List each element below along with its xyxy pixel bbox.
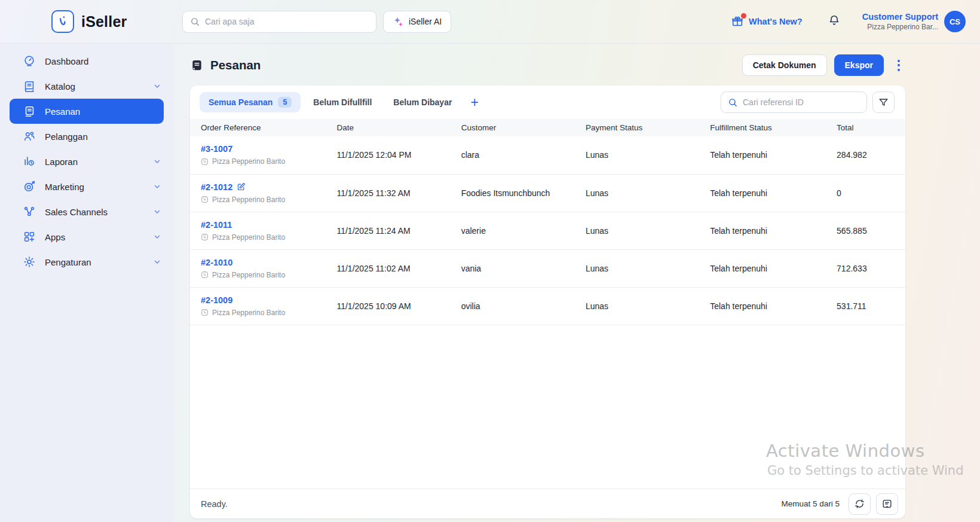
chevron-down-icon <box>153 207 161 216</box>
table-row[interactable]: #3-1007 Pizza Pepperino Barito <box>190 136 905 174</box>
order-total: 531.711 <box>826 287 905 325</box>
channels-icon <box>23 205 36 218</box>
payment-status: Lunas <box>575 136 699 174</box>
order-reference-link[interactable]: #3-1007 <box>201 144 232 154</box>
sparkles-ai-icon <box>393 16 404 28</box>
column-header[interactable]: Total <box>826 119 905 136</box>
sidebar-item-label: Dashboard <box>45 56 88 66</box>
table-row[interactable]: #2-1011 Pizza Pepperino Barito <box>190 212 905 249</box>
order-store: Pizza Pepperino Barito <box>201 233 320 242</box>
table-row[interactable]: #2-1012 Pizza Pepperino Barito <box>190 174 905 212</box>
store-icon <box>201 271 209 279</box>
iseller-ai-button[interactable]: iSeller AI <box>383 11 451 33</box>
filter-button[interactable] <box>872 91 895 113</box>
payment-status: Lunas <box>575 287 699 325</box>
sidebar-item-dashboard[interactable]: Dashboard <box>0 48 173 74</box>
tab-label: Belum Difullfill <box>313 97 372 107</box>
gauge-icon <box>23 54 36 68</box>
order-customer: Foodies Itsmunchbunch <box>451 174 575 212</box>
fulfillment-status: Telah terpenuhi <box>699 249 826 287</box>
sidebar-item-katalog[interactable]: Katalog <box>0 74 173 99</box>
global-search[interactable] <box>182 11 376 33</box>
log-icon <box>881 498 893 509</box>
sidebar-item-label: Pelanggan <box>45 132 88 142</box>
refresh-button[interactable] <box>849 493 871 515</box>
kebab-menu-icon[interactable] <box>892 56 905 74</box>
target-icon <box>23 180 36 193</box>
tab-semua-pesanan[interactable]: Semua Pesanan 5 <box>200 92 301 112</box>
print-document-button[interactable]: Cetak Dokumen <box>742 54 827 76</box>
sidebar-item-label: Marketing <box>45 182 84 192</box>
store-icon <box>201 309 209 316</box>
orders-icon <box>23 105 36 118</box>
apps-grid-icon <box>23 230 36 243</box>
report-chart-icon <box>23 155 36 168</box>
export-button[interactable]: Ekspor <box>834 54 884 76</box>
store-name: Pizza Pepperino Barito <box>212 157 285 166</box>
order-reference-link[interactable]: #2-1009 <box>201 295 232 305</box>
orders-card: Semua Pesanan 5 Belum Difullfill Belum D… <box>190 86 905 518</box>
sidebar-item-pesanan[interactable]: Pesanan <box>10 99 164 124</box>
store-name: Pizza Pepperino Barito <box>212 271 285 279</box>
filter-funnel-icon <box>878 97 889 108</box>
sidebar-item-laporan[interactable]: Laporan <box>0 149 173 174</box>
sidebar-item-pengaturan[interactable]: Pengaturan <box>0 249 173 274</box>
order-reference-link[interactable]: #2-1011 <box>201 220 232 230</box>
sidebar-item-sales-channels[interactable]: Sales Channels <box>0 199 173 224</box>
sidebar-item-pelanggan[interactable]: Pelanggan <box>0 124 173 149</box>
sidebar-item-label: Laporan <box>45 157 78 167</box>
gear-icon <box>23 255 36 268</box>
brand[interactable]: iSeller <box>51 10 173 33</box>
user-menu[interactable]: Customer Support Pizza Pepperino Bar... <box>862 12 938 31</box>
tab-label: Semua Pesanan <box>209 97 272 107</box>
add-tab-button[interactable]: + <box>464 96 484 109</box>
iseller-ai-label: iSeller AI <box>409 17 442 26</box>
store-icon <box>201 196 209 203</box>
column-header[interactable]: Order Reference <box>190 119 326 136</box>
payment-status: Lunas <box>575 174 699 212</box>
iseller-logo-icon <box>51 10 74 33</box>
global-search-input[interactable] <box>205 17 369 26</box>
fulfillment-status: Telah terpenuhi <box>699 174 826 212</box>
order-date: 11/1/2025 11:32 AM <box>326 174 450 212</box>
reference-search-input[interactable] <box>743 97 860 107</box>
order-store: Pizza Pepperino Barito <box>201 271 320 279</box>
payment-status: Lunas <box>575 249 699 287</box>
table-row[interactable]: #2-1009 Pizza Pepperino Barito <box>190 287 905 325</box>
avatar[interactable]: CS <box>944 11 966 32</box>
tab-belum-dibayar[interactable]: Belum Dibayar <box>384 93 461 112</box>
order-total: 0 <box>826 174 905 212</box>
bell-icon[interactable] <box>828 14 841 29</box>
column-header[interactable]: Customer <box>451 119 575 136</box>
reference-search[interactable] <box>721 91 867 113</box>
column-header[interactable]: Date <box>326 119 450 136</box>
column-header[interactable]: Fulfillment Status <box>699 119 826 136</box>
order-date: 11/1/2025 11:02 AM <box>326 249 450 287</box>
chevron-down-icon <box>153 258 161 266</box>
table-header-row: Order Reference Date Customer Payment St… <box>190 119 905 136</box>
tab-belum-difullfill[interactable]: Belum Difullfill <box>304 93 381 112</box>
log-button[interactable] <box>876 493 898 515</box>
order-reference-link[interactable]: #2-1012 <box>201 182 232 192</box>
order-reference-link[interactable]: #2-1010 <box>201 258 232 267</box>
store-icon <box>201 158 209 166</box>
edit-icon[interactable] <box>237 182 246 191</box>
sidebar-item-apps[interactable]: Apps <box>0 224 173 249</box>
order-date: 11/1/2025 10:09 AM <box>326 287 450 325</box>
catalog-book-icon <box>23 80 36 93</box>
column-header[interactable]: Payment Status <box>575 119 699 136</box>
gift-icon <box>731 15 744 28</box>
sidebar-item-label: Sales Channels <box>45 207 108 217</box>
whats-new-link[interactable]: What's New? <box>731 15 803 28</box>
sidebar-item-label: Katalog <box>45 81 75 91</box>
sidebar-item-marketing[interactable]: Marketing <box>0 174 173 199</box>
orders-table: Order Reference Date Customer Payment St… <box>190 119 905 489</box>
user-store: Pizza Pepperino Bar... <box>862 23 938 31</box>
table-row[interactable]: #2-1010 Pizza Pepperino Barito <box>190 249 905 287</box>
page-title: Pesanan <box>190 58 261 72</box>
store-name: Pizza Pepperino Barito <box>212 196 285 204</box>
fulfillment-status: Telah terpenuhi <box>699 287 826 325</box>
order-customer: ovilia <box>451 287 575 325</box>
order-total: 712.633 <box>826 249 905 287</box>
order-store: Pizza Pepperino Barito <box>201 309 320 317</box>
